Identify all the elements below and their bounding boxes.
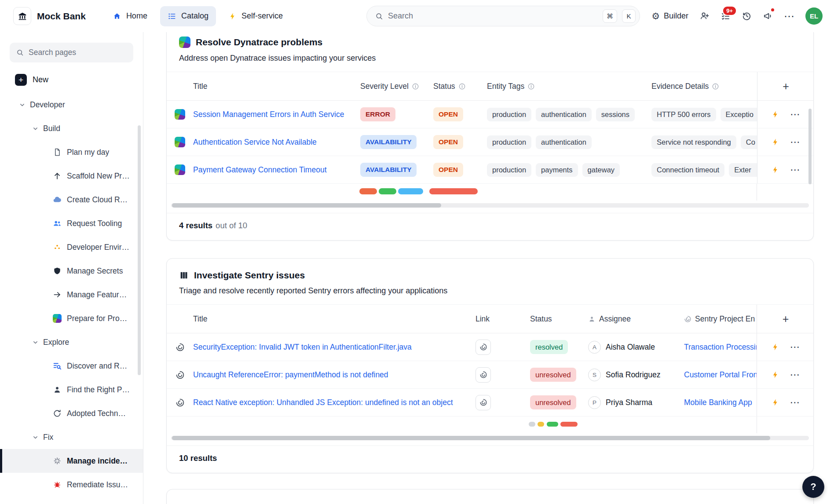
column-title: Title — [193, 314, 207, 324]
sidebar-group-developer[interactable]: Developer — [0, 93, 143, 117]
lightning-icon — [772, 110, 779, 118]
problem-title-link[interactable]: Payment Gateway Connection Timeout — [193, 165, 327, 175]
sidebar-group-fix[interactable]: Fix — [0, 425, 143, 449]
nav-self-service[interactable]: Self-service — [221, 6, 290, 26]
help-button[interactable]: ? — [802, 476, 824, 498]
dynatrace-logo-icon — [179, 37, 190, 48]
info-icon[interactable] — [528, 83, 534, 90]
project-link[interactable]: Customer Portal Front — [684, 370, 757, 380]
issue-title-link[interactable]: React Native exception: Unhandled JS Exc… — [193, 398, 453, 407]
project-link[interactable]: Mobile Banking App — [684, 398, 752, 407]
sparkle-icon — [52, 457, 62, 465]
sentry-icon — [176, 370, 185, 380]
nav-catalog[interactable]: Catalog — [160, 6, 216, 26]
horizontal-scrollbar-thumb[interactable] — [172, 203, 441, 208]
results-footer: 10 results — [167, 446, 813, 473]
user-avatar[interactable]: EL — [805, 7, 823, 25]
chevron-down-icon — [19, 102, 25, 108]
builder-button[interactable]: ⚙ Builder — [651, 11, 688, 21]
sidebar-group-build[interactable]: Build — [0, 117, 143, 140]
sidebar-item-manage-features[interactable]: Manage Featur… — [0, 283, 143, 307]
sidebar-item-discover[interactable]: Discover and R… — [0, 354, 143, 378]
info-icon[interactable] — [712, 83, 719, 90]
nav-home-label: Home — [126, 11, 147, 21]
sentry-icon — [684, 315, 691, 323]
run-action-button[interactable] — [772, 166, 779, 174]
table-vertical-scrollbar-thumb[interactable] — [808, 109, 812, 184]
run-action-button[interactable] — [772, 138, 779, 146]
issue-title-link[interactable]: SecurityException: Invalid JWT token in … — [193, 343, 412, 352]
run-action-button[interactable] — [772, 343, 779, 351]
announcements-button[interactable] — [763, 11, 773, 21]
row-more-button[interactable]: ⋯ — [790, 370, 800, 380]
sidebar-item-adopted-technologies[interactable]: Adopted Techn… — [0, 402, 143, 425]
entity-tag: production — [487, 163, 531, 177]
horizontal-scrollbar-thumb[interactable] — [172, 436, 770, 440]
entity-tag: production — [487, 135, 531, 149]
info-icon[interactable] — [412, 83, 419, 90]
new-page-button[interactable]: + New — [0, 69, 143, 90]
brand[interactable]: Mock Bank — [13, 7, 86, 25]
sidebar-item-remediate-issues[interactable]: Remediate Issu… — [0, 473, 143, 497]
status-badge: OPEN — [433, 135, 463, 149]
table-row: SecurityException: Invalid JWT token in … — [167, 333, 813, 361]
bug-icon — [52, 480, 62, 489]
main-content: Resolve Dynatrace problems Address open … — [143, 32, 834, 504]
horizontal-scrollbar-track[interactable] — [171, 203, 809, 208]
lightning-icon — [772, 343, 779, 351]
next-widget-card-peek — [166, 489, 814, 504]
sentry-link-button[interactable] — [476, 340, 491, 355]
gear-icon: ⚙ — [651, 11, 660, 21]
global-search[interactable]: ⌘ K — [366, 6, 640, 26]
row-more-button[interactable]: ⋯ — [790, 342, 800, 352]
column-title: Title — [193, 82, 207, 91]
nav-home[interactable]: Home — [105, 6, 155, 26]
search-input[interactable] — [388, 11, 598, 21]
sidebar-item-create-cloud[interactable]: Create Cloud R… — [0, 188, 143, 212]
evidence-pill: Exceptio — [721, 108, 757, 121]
sidebar-tree: Developer Build Plan my day Scaffold New… — [0, 93, 143, 497]
horizontal-scrollbar-track[interactable] — [171, 436, 809, 440]
sentry-link-button[interactable] — [476, 367, 491, 383]
entity-tag: sessions — [596, 108, 635, 121]
run-action-button[interactable] — [772, 110, 779, 118]
issue-title-link[interactable]: Uncaught ReferenceError: paymentMethod i… — [193, 370, 388, 380]
sidebar-item-developer-environments[interactable]: Developer Envir… — [0, 235, 143, 259]
tasks-button[interactable]: 9+ — [721, 11, 731, 21]
add-column-button[interactable]: + — [783, 81, 789, 92]
problem-title-link[interactable]: Authentication Service Not Available — [193, 138, 317, 147]
chevron-down-icon — [33, 435, 38, 440]
more-menu-button[interactable]: ⋯ — [784, 11, 794, 22]
dynatrace-table: Title Severity Level Status Entity Tags … — [167, 72, 813, 201]
run-action-button[interactable] — [772, 371, 779, 379]
partial-table-row — [167, 184, 813, 201]
invite-user-button[interactable] — [699, 11, 710, 21]
sidebar-scrollbar-thumb[interactable] — [138, 125, 141, 375]
widget-subtitle: Address open Dynatrace issues impacting … — [179, 54, 801, 63]
run-action-button[interactable] — [772, 398, 779, 406]
sidebar-item-prepare-for-production[interactable]: Prepare for Pro… — [0, 307, 143, 330]
entity-tag: production — [487, 108, 531, 121]
problem-title-link[interactable]: Session Management Errors in Auth Servic… — [193, 110, 344, 119]
sidebar-item-scaffold-new[interactable]: Scaffold New Pr… — [0, 164, 143, 188]
add-column-button[interactable]: + — [783, 314, 789, 325]
sidebar-item-manage-secrets[interactable]: Manage Secrets — [0, 259, 143, 283]
table-row: Session Management Errors in Auth Servic… — [167, 101, 813, 128]
sidebar-search[interactable] — [10, 43, 133, 62]
row-more-button[interactable]: ⋯ — [790, 165, 800, 175]
sidebar-item-plan-my-day[interactable]: Plan my day — [0, 140, 143, 164]
row-more-button[interactable]: ⋯ — [790, 110, 800, 120]
project-link[interactable]: Transaction Processin — [684, 343, 757, 352]
sentry-link-button[interactable] — [476, 395, 491, 410]
row-more-button[interactable]: ⋯ — [790, 398, 800, 408]
history-button[interactable] — [742, 11, 752, 21]
sidebar-item-find-the-right[interactable]: Find the Right P… — [0, 378, 143, 402]
sidebar-search-input[interactable] — [29, 48, 127, 57]
search-icon — [375, 12, 383, 20]
sidebar-item-manage-incidents[interactable]: Manage incide… — [0, 449, 143, 473]
sidebar-group-explore[interactable]: Explore — [0, 330, 143, 354]
assignee-name: Aisha Olawale — [606, 343, 655, 352]
info-icon[interactable] — [459, 83, 465, 90]
row-more-button[interactable]: ⋯ — [790, 137, 800, 147]
sidebar-item-request-tooling[interactable]: Request Tooling — [0, 212, 143, 235]
